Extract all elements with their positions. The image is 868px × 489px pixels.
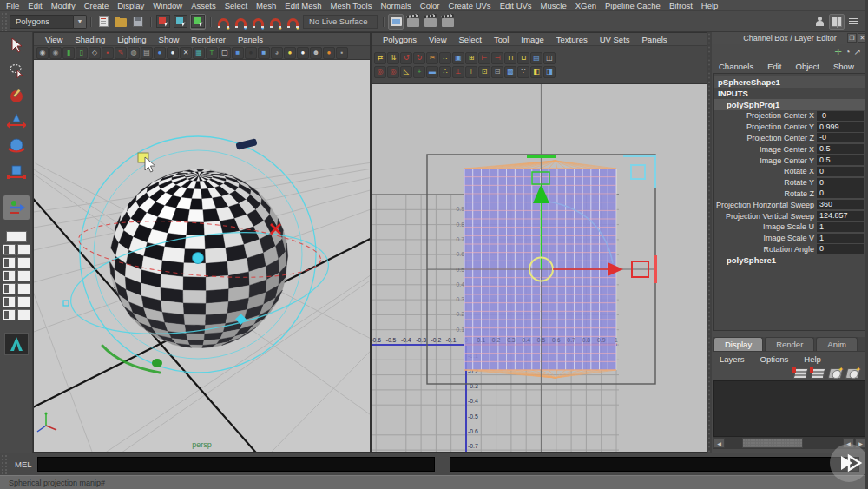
channel-attr-value[interactable]: -0 — [817, 133, 864, 142]
vp-menu-renderer[interactable]: Renderer — [185, 35, 232, 44]
command-line-mode[interactable]: MEL — [8, 459, 37, 469]
blue-cube2-icon[interactable]: ◕ — [271, 47, 283, 59]
camera-attributes-icon[interactable]: ▮ — [62, 47, 75, 59]
move-tool[interactable] — [3, 109, 30, 133]
white-cube-icon[interactable]: ■ — [232, 47, 244, 59]
single-pane-layout[interactable] — [6, 231, 27, 242]
show-manipulator-icon[interactable] — [812, 14, 827, 30]
channel-attr-label[interactable]: Rotate Y — [714, 178, 817, 187]
blue-cube-icon[interactable]: ● — [245, 47, 257, 59]
menu-assets[interactable]: Assets — [187, 1, 220, 10]
channel-attr-label[interactable]: Rotate X — [714, 167, 817, 175]
vp-menu-shading[interactable]: Shading — [69, 35, 111, 44]
channel-attr-value[interactable]: 0 — [817, 178, 864, 188]
save-scene-icon[interactable] — [130, 14, 146, 30]
uv-editor-view[interactable]: -0.6-0.5-0.4-0.3-0.2-0.10-0.1-0.2-0.3-0.… — [372, 84, 707, 452]
scale-tool[interactable] — [3, 159, 30, 183]
channel-attr-label[interactable]: Image Center X — [714, 145, 817, 154]
menu-display[interactable]: Display — [113, 1, 148, 10]
align-max-u-icon[interactable]: ◎ — [387, 66, 399, 78]
manip-handle-green[interactable] — [152, 359, 162, 367]
command-input-field[interactable] — [37, 457, 435, 472]
uv-texture-icon[interactable]: ▤ — [530, 52, 542, 64]
shaded-display-icon[interactable]: ● — [154, 47, 166, 59]
create-render-layer-icon[interactable]: ✦ — [828, 368, 844, 379]
uv-menu-view[interactable]: View — [423, 35, 452, 44]
render-settings-icon[interactable] — [440, 14, 456, 30]
gamma-icon[interactable]: ▪ — [336, 47, 348, 59]
speed-control-icon[interactable]: ◔ — [845, 47, 851, 56]
menu-xgen[interactable]: XGen — [571, 1, 601, 10]
snap-corner-a-icon[interactable]: ⊓ — [504, 52, 516, 64]
channel-attr-value[interactable]: 1 — [817, 234, 864, 243]
channel-attr-value[interactable]: 0 — [817, 188, 864, 198]
move-uv-left-icon[interactable]: ⊢ — [478, 52, 490, 64]
channel-attr-label[interactable]: Image Scale U — [714, 222, 817, 231]
uv-lattice-icon[interactable]: ◨ — [543, 66, 556, 78]
layout-uv-icon[interactable]: ▣ — [452, 52, 464, 64]
grease-pencil-icon[interactable]: ✎ — [115, 47, 127, 59]
le-menu-layers[interactable]: Layers — [712, 354, 753, 364]
manipulator-icon[interactable]: ✛ — [834, 47, 841, 56]
snap-corner-b-icon[interactable]: ⊔ — [517, 52, 529, 64]
persp-graph-layout-b[interactable] — [17, 270, 30, 281]
channel-attr-label[interactable]: Rotate Z — [714, 189, 817, 198]
cb-menu-object[interactable]: Object — [789, 62, 826, 71]
unfold-uv-icon[interactable]: ▬ — [426, 66, 438, 78]
refresh-uv-icon[interactable]: ∵ — [517, 66, 529, 78]
select-tool[interactable] — [3, 33, 30, 57]
snap-to-curve-icon[interactable]: ● — [233, 14, 248, 30]
textured-ball-icon[interactable]: ● — [284, 47, 296, 59]
exposure-icon[interactable]: ● — [323, 47, 335, 59]
grid-display-icon[interactable]: ◍ — [128, 47, 140, 59]
channel-attr-label[interactable]: Projection Center Y — [714, 122, 817, 131]
layer-tab-display[interactable]: Display — [713, 337, 763, 351]
lighting-icon[interactable]: ▦ — [193, 47, 205, 59]
menu-create[interactable]: Create — [80, 1, 114, 10]
persp-outliner-layout-b[interactable] — [17, 257, 30, 268]
menu-edit-uvs[interactable]: Edit UVs — [496, 1, 536, 10]
menu-select[interactable]: Select — [220, 1, 252, 10]
toolbar-grip[interactable] — [0, 11, 8, 31]
panel-restore-icon[interactable]: ❐ — [847, 33, 857, 43]
textured-icon[interactable]: T — [206, 47, 218, 59]
uv-set-icon[interactable]: ◧ — [530, 66, 542, 78]
channel-layer-splitter[interactable] — [712, 331, 868, 337]
ipr-render-icon[interactable] — [423, 14, 438, 30]
toolbar-separator[interactable] — [148, 15, 154, 29]
sew-uv-icon[interactable]: ∷ — [439, 52, 451, 64]
menu-pipeline-cache[interactable]: Pipeline Cache — [601, 1, 665, 10]
channel-node-history[interactable]: polySphere1 — [714, 254, 865, 266]
menu-normals[interactable]: Normals — [376, 1, 415, 10]
uv-menu-tool[interactable]: Tool — [488, 35, 515, 44]
cb-menu-show[interactable]: Show — [826, 62, 861, 71]
menu-mesh[interactable]: Mesh — [252, 1, 280, 10]
pixel-snap-icon[interactable]: ⊟ — [491, 66, 503, 78]
channel-attr-label[interactable]: Projection Center Z — [714, 134, 817, 142]
vp-menu-view[interactable]: View — [39, 35, 69, 44]
uv-menu-polygons[interactable]: Polygons — [377, 35, 423, 44]
new-scene-icon[interactable] — [95, 14, 111, 30]
cb-menu-edit[interactable]: Edit — [760, 62, 788, 71]
uv-checker-icon[interactable]: ◫ — [543, 52, 556, 64]
custom-layout[interactable] — [3, 309, 16, 320]
select-object-icon[interactable] — [173, 14, 188, 30]
flip-u-icon[interactable]: ⇄ — [374, 52, 386, 64]
render-view-icon[interactable] — [388, 14, 404, 30]
channel-node-input[interactable]: polySphProj1 — [714, 99, 865, 110]
toolbar-separator[interactable] — [88, 15, 94, 29]
video-play-overlay-button[interactable] — [830, 444, 868, 482]
uv-menu-textures[interactable]: Textures — [550, 35, 594, 44]
channel-attr-value[interactable]: 0 — [817, 244, 864, 254]
four-pane-layout-b[interactable] — [17, 244, 30, 255]
menu-mesh-tools[interactable]: Mesh Tools — [326, 1, 377, 10]
channel-attr-value[interactable]: 124.857 — [817, 211, 864, 221]
film-gate-icon[interactable]: ▤ — [141, 47, 153, 59]
channel-attr-value[interactable]: 0.999 — [817, 122, 864, 132]
le-menu-help[interactable]: Help — [796, 354, 829, 364]
channel-attr-label[interactable]: Projection Vertical Sweep — [714, 212, 817, 221]
paint-select-tool[interactable] — [3, 83, 30, 108]
snap-to-projected-center-icon[interactable]: ● — [267, 14, 283, 30]
channel-node-shape[interactable]: pSphereShape1 — [714, 76, 865, 88]
uv-manip-sweep-box[interactable] — [631, 165, 645, 179]
